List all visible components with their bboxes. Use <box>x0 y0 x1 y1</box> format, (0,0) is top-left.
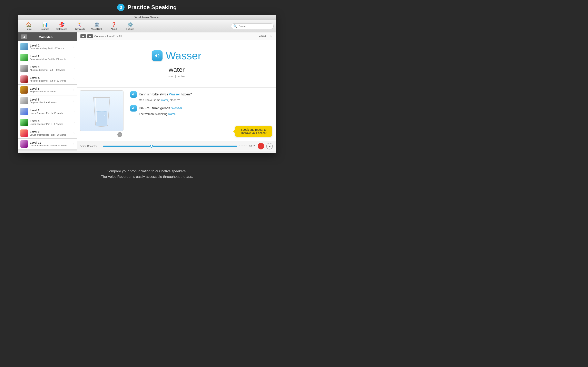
categories-icon: 🎯 <box>59 22 65 27</box>
tooltip-text: Speak and repeat to improve your accent <box>241 128 267 134</box>
word-speaker-button[interactable] <box>152 50 163 61</box>
playback-thumb <box>150 145 153 148</box>
playback-bar[interactable] <box>103 146 237 147</box>
search-icon: 🔍 <box>233 24 237 28</box>
level-thumb-4 <box>20 75 28 83</box>
search-bar[interactable]: 🔍 <box>231 24 274 29</box>
level-item-10[interactable]: Level 10 Lower Intermediate Part II • 97… <box>18 139 77 150</box>
nav-home[interactable]: 🏠 Home <box>20 21 37 31</box>
play-button[interactable]: ▶ <box>266 143 273 150</box>
level-info-4: Level 4 Absolute Beginner Part II • 82 w… <box>30 76 71 82</box>
level-name-3: Level 3 <box>30 66 71 69</box>
level-thumb-6 <box>20 97 28 104</box>
record-button[interactable] <box>258 143 264 150</box>
sentence-1-german-text: Kann ich bitte etwas Wasser haben? <box>139 92 192 96</box>
nav-about[interactable]: ❓ About <box>105 21 122 31</box>
time-display: 00:31 <box>249 145 256 148</box>
nav-flashcards-label: Flashcards <box>74 28 85 30</box>
level-desc-7: Upper Beginner Part I • 90 words <box>30 112 71 114</box>
level-info-10: Level 10 Lower Intermediate Part II • 97… <box>30 141 71 147</box>
level-info-9: Level 9 Lower Intermediate Part I • 98 w… <box>30 130 71 136</box>
level-name-4: Level 4 <box>30 76 71 80</box>
level-name-1: Level 1 <box>30 44 71 47</box>
level-arrow-1: › <box>73 45 75 49</box>
sentence-2-german: Die Frau trinkt gerade Wasser. <box>130 105 272 111</box>
sentence-2-english: The woman is drinking water. <box>130 112 272 116</box>
level-item-7[interactable]: Level 7 Upper Beginner Part I • 90 words… <box>18 106 77 117</box>
level-item-5[interactable]: Level 5 Beginner Part I • 96 words › <box>18 85 77 95</box>
tooltip-bubble: Speak and repeat to improve your accent <box>235 126 272 137</box>
nav-settings[interactable]: ⚙️ Settings <box>122 21 138 31</box>
level-item-6[interactable]: Level 6 Beginner Part II • 99 words › <box>18 95 77 106</box>
sentence-2-highlight: Wasser <box>171 106 182 110</box>
sentences-panel: Kann ich bitte etwas Wasser haben? Can I… <box>126 88 276 141</box>
level-desc-1: Basic Vocabulary Part I • 87 words <box>30 47 71 50</box>
word-area: Wasser water noun | neutral <box>77 40 276 88</box>
nav-about-label: About <box>111 28 117 30</box>
search-input[interactable] <box>239 25 271 28</box>
level-desc-3: Absolute Beginner Part I • 89 words <box>30 69 71 71</box>
level-name-5: Level 5 <box>30 87 71 90</box>
word-header: Wasser <box>152 50 201 62</box>
nav-categories-label: Categories <box>56 28 67 30</box>
glass-svg <box>89 93 114 128</box>
level-item-1[interactable]: Level 1 Basic Vocabulary Part I • 87 wor… <box>18 42 77 52</box>
window-title: Word Power German <box>135 16 159 19</box>
level-arrow-3: › <box>73 67 75 70</box>
word-pos: noun | neutral <box>168 75 185 78</box>
audio-waves-icon: 〜〜〜 <box>238 144 247 148</box>
step-badge: 3 <box>117 4 125 11</box>
level-thumb-1 <box>20 43 28 50</box>
sidebar-title: Main Menu <box>29 35 64 39</box>
level-item-2[interactable]: Level 2 Basic Vocabulary Part II • 100 w… <box>18 52 77 63</box>
word-count: 42/46 <box>259 35 266 38</box>
sentence-1-highlight: Wasser <box>169 92 180 96</box>
level-arrow-7: › <box>73 110 75 113</box>
sentence-1-english: Can I have some water, please? <box>130 99 272 102</box>
sentence-1-german: Kann ich bitte etwas Wasser haben? <box>130 91 272 98</box>
level-arrow-8: › <box>73 120 75 124</box>
level-arrow-2: › <box>73 56 75 59</box>
sentences-area: + Kann ich bitte etwas <box>77 88 276 141</box>
main-content: ◀ Main Menu Level 1 Basic Vocabulary Par… <box>18 33 276 151</box>
level-item-3[interactable]: Level 3 Absolute Beginner Part I • 89 wo… <box>18 63 77 74</box>
settings-icon: ⚙️ <box>127 22 133 27</box>
next-button[interactable]: ▶ <box>87 34 93 38</box>
level-info-6: Level 6 Beginner Part II • 99 words <box>30 98 71 104</box>
sentence-1-speaker[interactable] <box>130 91 137 98</box>
level-item-9[interactable]: Level 9 Lower Intermediate Part I • 98 w… <box>18 128 77 139</box>
flashcards-icon: 🃏 <box>77 22 82 27</box>
sentence-2-german-text: Die Frau trinkt gerade Wasser. <box>139 106 183 110</box>
sentence-2-eng-highlight: water <box>168 112 175 116</box>
level-thumb-10 <box>20 140 28 148</box>
level-info-1: Level 1 Basic Vocabulary Part I • 87 wor… <box>30 44 71 50</box>
nav-flashcards[interactable]: 🃏 Flashcards <box>70 21 88 31</box>
level-arrow-10: › <box>73 142 75 146</box>
level-thumb-3 <box>20 65 28 72</box>
nav-categories[interactable]: 🎯 Categories <box>53 21 70 31</box>
level-item-8[interactable]: Level 8 Upper Beginner Part II • 97 word… <box>18 117 77 128</box>
nav-courses[interactable]: 📊 Courses <box>37 21 53 31</box>
word-image <box>80 90 123 131</box>
nav-wordbank[interactable]: 🏦 Word Bank <box>88 21 105 31</box>
level-desc-10: Lower Intermediate Part II • 97 words <box>30 144 71 147</box>
footer-line-2: The Voice Recorder is easily accessible … <box>0 174 294 179</box>
back-button[interactable]: ◀ <box>21 34 27 39</box>
bottom-description: Compare your pronunciation to our native… <box>0 168 294 179</box>
sentence-2-speaker[interactable] <box>130 105 137 111</box>
level-arrow-4: › <box>73 77 75 81</box>
level-desc-5: Beginner Part I • 96 words <box>30 90 71 93</box>
level-item-4[interactable]: Level 4 Absolute Beginner Part II • 82 w… <box>18 74 77 85</box>
recorder-label: Voice Recorder <box>80 145 99 148</box>
level-name-8: Level 8 <box>30 119 71 123</box>
level-list: Level 1 Basic Vocabulary Part I • 87 wor… <box>18 42 77 150</box>
image-expand-button[interactable]: + <box>117 132 122 137</box>
favorite-button[interactable]: ☆ <box>269 34 273 39</box>
home-icon: 🏠 <box>26 22 31 27</box>
prev-button[interactable]: ◀ <box>80 34 86 38</box>
german-word: Wasser <box>166 50 201 62</box>
level-info-2: Level 2 Basic Vocabulary Part II • 100 w… <box>30 55 71 60</box>
level-arrow-9: › <box>73 131 75 135</box>
play-icon: ▶ <box>269 145 270 148</box>
wordbank-icon: 🏦 <box>94 22 100 27</box>
